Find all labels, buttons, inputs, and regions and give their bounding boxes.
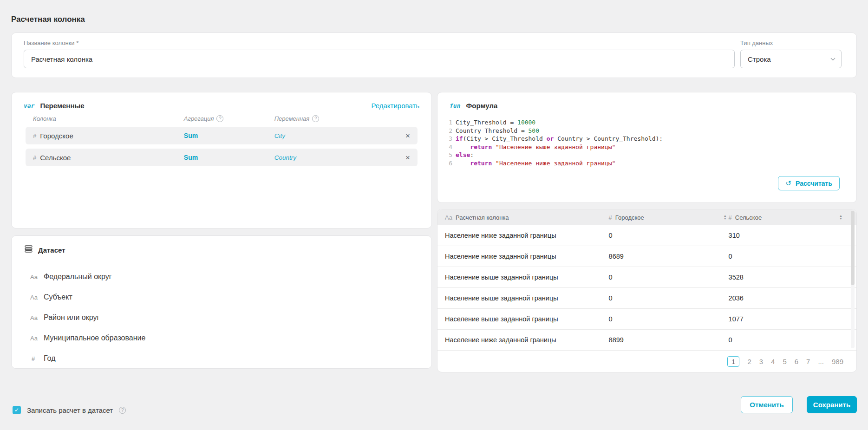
table-row: Население ниже заданной границы 8689 0 <box>437 246 856 267</box>
dataset-field[interactable]: Аа Район или округ <box>30 307 422 328</box>
page-button[interactable]: 4 <box>771 358 775 365</box>
table-row: Население ниже заданной границы 0 310 <box>437 225 856 246</box>
string-type-icon: Аа <box>30 294 39 301</box>
sort-icon[interactable]: ▲ ▼ <box>724 215 729 220</box>
table-scrollbar[interactable] <box>851 211 855 348</box>
formula-editor[interactable]: 1 City_Threshold = 10000 2 Country_Thres… <box>445 118 847 167</box>
write-to-dataset-help-icon[interactable]: ? <box>119 407 126 414</box>
data-type-select[interactable]: Строка <box>740 50 842 68</box>
save-button[interactable]: Сохранить <box>807 396 857 413</box>
page-button[interactable]: 3 <box>759 358 763 365</box>
column-settings-card: Название колонки * Тип данных Строка <box>11 33 857 78</box>
preview-table-header: Аа Расчетная колонка # Городское ▲ ▼ # С… <box>437 209 856 225</box>
variables-panel: var Переменные Редактировать Колонка Агр… <box>11 92 432 228</box>
line-number: 1 <box>445 118 452 127</box>
table-row: Население ниже заданной границы 8899 0 <box>437 330 856 351</box>
string-type-icon: Аа <box>30 274 39 280</box>
column-name-label: Название колонки * <box>24 39 735 46</box>
scrollbar-thumb[interactable] <box>851 211 855 285</box>
variables-table-header: Колонка Агрегация ? Переменная ? <box>26 115 418 122</box>
variable-name-value[interactable]: City <box>274 132 285 139</box>
table-row: Население выше заданной границы 0 3528 <box>437 267 856 288</box>
remove-variable-icon[interactable]: × <box>405 153 410 162</box>
dataset-field[interactable]: Аа Муниципальное образование <box>30 328 422 348</box>
page-button[interactable]: 1 <box>727 356 739 367</box>
number-type-icon: # <box>30 355 39 362</box>
remove-variable-icon[interactable]: × <box>405 131 410 140</box>
string-type-icon: Аа <box>30 335 39 342</box>
variable-column-name: Сельское <box>40 154 71 162</box>
aggregation-value[interactable]: Sum <box>184 132 198 139</box>
refresh-icon: ↺ <box>785 179 791 188</box>
aggregation-value[interactable]: Sum <box>184 154 198 161</box>
dataset-field[interactable]: # Год <box>30 348 422 369</box>
number-type-icon: # <box>729 214 732 221</box>
page-title: Расчетная колонка <box>11 15 85 24</box>
sort-icon[interactable]: ▲ ▼ <box>839 215 844 220</box>
number-type-icon: # <box>33 154 36 161</box>
aggregation-help-icon[interactable]: ? <box>216 115 223 122</box>
dataset-field[interactable]: Аа Федеральный округ <box>30 267 422 287</box>
formula-title: Формула <box>466 102 497 110</box>
page-button[interactable]: 989 <box>832 358 843 365</box>
variable-header: Переменная <box>274 115 310 122</box>
preview-table-panel: Аа Расчетная колонка # Городское ▲ ▼ # С… <box>437 209 857 372</box>
variable-row: # Сельское Sum Country × <box>26 149 418 166</box>
header-calc-column: Расчетная колонка <box>456 214 509 221</box>
edit-variables-link[interactable]: Редактировать <box>371 102 419 110</box>
line-number: 6 <box>445 159 452 168</box>
fun-badge-icon: fun <box>450 102 460 109</box>
number-type-icon: # <box>609 214 612 221</box>
cancel-button[interactable]: Отменить <box>741 396 793 413</box>
variable-help-icon[interactable]: ? <box>312 115 319 122</box>
variable-name-value[interactable]: Country <box>274 154 296 161</box>
variables-title: Переменные <box>40 102 84 110</box>
formula-panel: fun Формула 1 City_Threshold = 10000 2 C… <box>437 92 857 203</box>
aggregation-header: Агрегация <box>184 115 214 122</box>
line-number: 3 <box>445 135 452 143</box>
table-row: Население выше заданной границы 0 2036 <box>437 288 856 309</box>
data-type-value: Строка <box>748 55 771 63</box>
page-button[interactable]: 2 <box>747 358 751 365</box>
dataset-field[interactable]: Аа Субъект <box>30 287 422 307</box>
column-name-input[interactable] <box>24 50 735 68</box>
pagination: 1 2 3 4 5 6 7 ... 989 <box>727 356 843 367</box>
dataset-title: Датасет <box>38 246 65 254</box>
string-type-icon: Аа <box>30 314 39 321</box>
check-icon: ✓ <box>14 407 19 413</box>
page-button[interactable]: 7 <box>806 358 810 365</box>
data-type-label: Тип данных <box>740 39 842 46</box>
write-to-dataset-label: Записать расчет в датасет <box>27 406 113 414</box>
dataset-panel: Датасет Аа Федеральный округ Аа Субъект … <box>11 235 432 369</box>
header-country-column: Сельское <box>735 214 762 221</box>
dataset-icon <box>25 245 33 254</box>
column-header: Колонка <box>33 115 184 122</box>
header-city-column: Городское <box>615 214 644 221</box>
write-to-dataset-checkbox[interactable]: ✓ <box>13 406 21 414</box>
page-button[interactable]: 5 <box>783 358 786 365</box>
line-number: 2 <box>445 127 452 135</box>
line-number: 4 <box>445 143 452 151</box>
var-badge-icon: var <box>24 102 34 109</box>
page-button[interactable]: 6 <box>795 358 798 365</box>
chevron-down-icon <box>830 56 835 62</box>
variable-row: # Городское Sum City × <box>26 127 418 144</box>
string-type-icon: Аа <box>445 214 452 221</box>
line-number: 5 <box>445 151 452 159</box>
variable-column-name: Городское <box>40 132 73 140</box>
number-type-icon: # <box>33 132 36 139</box>
page-ellipsis: ... <box>818 358 824 365</box>
calculate-button[interactable]: ↺ Рассчитать <box>778 176 840 190</box>
table-row: Население выше заданной границы 0 1077 <box>437 309 856 330</box>
